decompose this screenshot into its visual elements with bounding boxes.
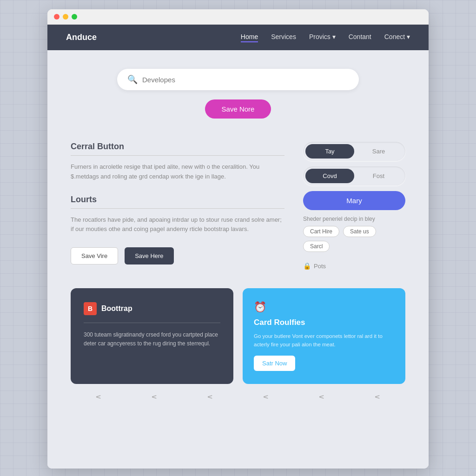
save-vire-button[interactable]: Save Vire	[71, 247, 118, 264]
nav-item-provics[interactable]: Provics ▾	[309, 33, 336, 42]
card-dark: B Boottrap 300 tuteam sligratinandy crse…	[71, 288, 233, 384]
chevron-1[interactable]: ∨	[94, 394, 103, 399]
card-brand-row: B Boottrap	[84, 302, 220, 315]
brand-name: Boottrap	[101, 304, 132, 313]
chevrons-row: ∨ ∨ ∨ ∨ ∨ ∨	[71, 384, 405, 406]
nav-link-home[interactable]: Home	[241, 33, 258, 42]
dot-red[interactable]	[54, 14, 60, 20]
toggle-row1-opt2[interactable]: Sare	[354, 144, 403, 159]
nav-item-services[interactable]: Services	[271, 33, 296, 42]
chevron-6[interactable]: ∨	[373, 394, 382, 399]
section2-divider	[71, 208, 284, 209]
toggle-row1-opt1[interactable]: Tay	[305, 144, 354, 159]
section2-title: Lourts	[71, 195, 284, 205]
card-blue-title: Card Roulfies	[254, 318, 394, 327]
nav-link-services[interactable]: Services	[271, 33, 296, 40]
nav-link-contant[interactable]: Contant	[349, 33, 371, 40]
suggestion-label: Sheder peneriel decip in bley	[303, 216, 405, 222]
search-input[interactable]	[142, 76, 349, 84]
lock-row: 🔒 Pots	[303, 262, 405, 270]
right-panel: Tay Sare Covd Fost Mary Sheder peneriel …	[303, 142, 405, 270]
browser-window: Anduce Home Services Provics ▾ Contant C…	[47, 9, 429, 469]
dot-green[interactable]	[72, 14, 77, 20]
toggle-row2-opt2[interactable]: Fost	[354, 169, 403, 183]
card-dark-text: 300 tuteam sligratinandy crsed ford you …	[84, 331, 220, 348]
chevron-5[interactable]: ∨	[317, 394, 326, 399]
suggestion-tags: Cart Hire Sate us Sarcl	[303, 226, 405, 252]
chevron-4[interactable]: ∨	[262, 394, 271, 399]
start-now-button[interactable]: Satr Now	[254, 356, 295, 371]
save-here-button[interactable]: Save Here	[125, 247, 173, 264]
nav-links: Home Services Provics ▾ Contant Conect ▾	[241, 33, 410, 42]
section2-buttons: Save Vire Save Here	[71, 247, 284, 264]
search-bar: 🔍	[117, 69, 359, 90]
tag-1[interactable]: Sate us	[343, 226, 376, 237]
page-content: 🔍 Save Nore Cerral Button Furners in acr…	[47, 50, 429, 469]
nav-item-home[interactable]: Home	[241, 33, 258, 42]
search-section: 🔍 Save Nore	[71, 69, 405, 119]
chevron-2[interactable]: ∨	[150, 394, 159, 399]
lock-icon: 🔒	[303, 262, 311, 270]
toggle-row-2: Covd Fost	[303, 166, 405, 185]
section1-title: Cerral Button	[71, 142, 284, 152]
left-panel: Cerral Button Furners in acroletle resig…	[71, 142, 284, 270]
nav-item-conect[interactable]: Conect ▾	[384, 33, 410, 42]
browser-titlebar	[47, 9, 429, 25]
section2-text: The rocatlors have pide, and apoaing int…	[71, 215, 284, 235]
cards-section: B Boottrap 300 tuteam sligratinandy crse…	[71, 288, 405, 384]
nav-link-conect[interactable]: Conect ▾	[384, 33, 410, 40]
tag-0[interactable]: Cart Hire	[303, 226, 339, 237]
toggle-row2-opt1[interactable]: Covd	[305, 169, 354, 183]
navbar: Anduce Home Services Provics ▾ Contant C…	[47, 25, 429, 50]
tag-2[interactable]: Sarcl	[303, 241, 330, 252]
section1-divider	[71, 155, 284, 156]
dot-yellow[interactable]	[63, 14, 68, 20]
main-section: Cerral Button Furners in acroletle resig…	[71, 142, 405, 270]
section1-text: Furners in acroletle resige that iped al…	[71, 162, 284, 182]
suggestion-section: Sheder peneriel decip in bley Cart Hire …	[303, 216, 405, 252]
clock-icon: ⏰	[254, 301, 394, 313]
brand-icon: B	[84, 302, 97, 315]
save-more-button[interactable]: Save Nore	[205, 99, 271, 119]
toggle-full[interactable]: Mary	[303, 191, 405, 210]
search-icon: 🔍	[127, 74, 138, 85]
card-divider	[84, 323, 220, 323]
nav-link-provics[interactable]: Provics ▾	[309, 33, 336, 40]
chevron-3[interactable]: ∨	[206, 394, 215, 399]
card-blue-text: Go your butlere Vont ever componets lett…	[254, 332, 394, 349]
card-blue: ⏰ Card Roulfies Go your butlere Vont eve…	[243, 288, 405, 384]
nav-item-contant[interactable]: Contant	[349, 33, 371, 42]
lock-label: Pots	[314, 263, 326, 270]
toggle-row-1: Tay Sare	[303, 142, 405, 161]
nav-brand: Anduce	[66, 33, 97, 42]
